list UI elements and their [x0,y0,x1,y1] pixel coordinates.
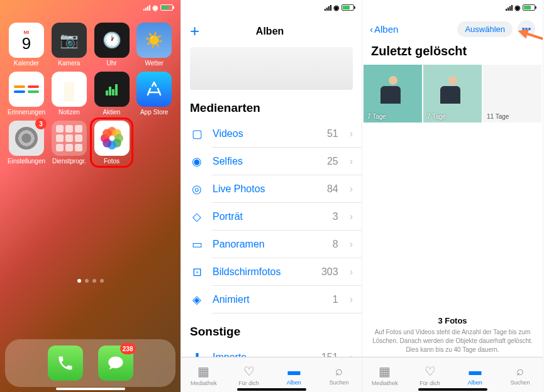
tab-search[interactable]: ⌕Suchen [316,357,362,392]
row-panoramas[interactable]: ▭Panoramen8› [181,231,362,258]
app-label: Kamera [58,60,80,67]
tab-library[interactable]: ▦Mediathek [362,357,408,392]
photo-count: 3 Fotos [371,316,534,325]
row-count: 8 [333,239,338,250]
thumbnail-grid: 7 Tage 7 Tage 11 Tage [362,65,543,122]
folder-icon [52,121,87,156]
back-label: Alben [374,24,398,35]
utilities-folder[interactable]: Dienstprogr. [50,121,88,165]
status-bar: ◉ [362,0,543,15]
wifi-icon: ◉ [152,4,158,12]
stocks-icon [94,72,130,107]
settings-app[interactable]: 3 Einstellungen [8,121,45,165]
screenshot-icon: ⊡ [190,265,204,279]
row-label: Live Photos [213,183,318,195]
clock-app[interactable]: 🕐 Uhr [93,23,131,67]
tab-albums[interactable]: ▬Alben [272,357,317,392]
tab-label: Mediathek [372,380,398,386]
tab-label: Suchen [511,379,530,386]
calendar-date: 9 [22,35,31,52]
tab-library[interactable]: ▦Mediathek [181,357,226,392]
wifi-icon: ◉ [514,4,521,12]
tab-label: Für dich [419,380,440,386]
chevron-icon: › [350,294,353,305]
home-screen: ◉ MI9 Kalender 📷 Kamera 🕐 Uhr ☀️ Wetter … [0,0,181,392]
reminders-icon [9,72,44,107]
signal-icon [325,5,331,11]
app-label: Kalender [14,60,39,67]
app-label: Erinnerungen [8,109,45,116]
row-count: 1 [333,294,338,305]
page-indicator[interactable] [0,279,180,283]
app-label: Fotos [104,158,119,165]
nav-bar: + Alben [181,15,362,47]
status-bar: ◉ [181,0,362,15]
messages-app[interactable]: 238 [98,346,133,381]
albums-icon: ▬ [469,364,481,378]
nav-title: Alben [256,26,284,37]
tab-label: Suchen [330,379,349,386]
signal-icon [143,5,150,11]
photos-icon [94,121,130,156]
camera-app[interactable]: 📷 Kamera [50,23,88,67]
home-indicator[interactable] [237,388,306,391]
days-left: 7 Tage [427,113,446,120]
tab-foryou[interactable]: ♡Für dich [408,357,453,392]
tab-label: Alben [287,379,301,386]
app-label: Notizen [58,109,80,116]
video-icon: ▢ [190,127,204,141]
recently-deleted-screen: ◉ ‹Alben Auswählen ••• Zuletzt gelöscht … [362,0,543,392]
row-screenshots[interactable]: ⊡Bildschirmfotos303› [181,258,362,286]
row-videos[interactable]: ▢Videos51› [181,120,362,148]
tab-search[interactable]: ⌕Suchen [497,357,543,392]
add-button[interactable]: + [190,21,199,41]
portrait-icon: ◇ [190,210,204,224]
weather-app[interactable]: ☀️ Wetter [135,23,173,67]
home-indicator[interactable] [418,388,487,391]
row-count: 51 [327,128,338,139]
nav-bar: ‹Alben Auswählen ••• [362,15,543,43]
calendar-app[interactable]: MI9 Kalender [8,23,45,67]
photo-thumb[interactable]: 7 Tage [364,65,422,122]
appstore-app[interactable]: App Store [135,72,173,116]
battery-icon [523,4,535,11]
row-selfies[interactable]: ◉Selfies25› [181,148,362,175]
library-icon: ▦ [379,364,391,379]
panorama-icon: ▭ [190,237,204,251]
section-header-media: Medienarten [181,90,362,120]
row-livephotos[interactable]: ◎Live Photos84› [181,175,362,203]
chevron-icon: › [350,239,353,250]
album-thumb-placeholder[interactable] [190,47,353,90]
stocks-app[interactable]: Aktien [93,72,131,116]
photo-thumb[interactable]: 11 Tage [483,65,541,122]
section-header-other: Sonstige [181,313,362,344]
chevron-icon: › [350,266,353,278]
albums-icon: ▬ [287,364,300,378]
chevron-icon: › [350,128,353,139]
notes-app[interactable]: Notizen [50,72,88,116]
select-button[interactable]: Auswählen [457,21,513,37]
photo-thumb[interactable]: 7 Tage [423,65,482,122]
row-portrait[interactable]: ◇Porträt3› [181,203,362,231]
home-indicator[interactable] [56,388,125,390]
notes-icon [52,72,87,107]
row-label: Selfies [213,156,318,167]
reminders-app[interactable]: Erinnerungen [8,72,45,116]
phone-app[interactable] [48,346,83,381]
row-count: 3 [333,211,338,222]
app-label: Uhr [106,60,116,67]
back-button[interactable]: ‹Alben [370,24,398,35]
row-animated[interactable]: ◈Animiert1› [181,286,362,313]
row-label: Animiert [213,294,324,305]
photos-app[interactable]: Fotos [90,117,134,168]
page-title: Zuletzt gelöscht [362,43,543,65]
tab-foryou[interactable]: ♡Für dich [226,357,272,392]
foryou-icon: ♡ [243,364,255,379]
chevron-icon: › [350,156,353,167]
tab-albums[interactable]: ▬Alben [453,357,498,392]
badge: 3 [35,118,47,129]
wifi-icon: ◉ [333,4,340,12]
foryou-icon: ♡ [425,364,436,379]
row-label: Porträt [213,211,324,222]
row-count: 84 [327,183,338,195]
